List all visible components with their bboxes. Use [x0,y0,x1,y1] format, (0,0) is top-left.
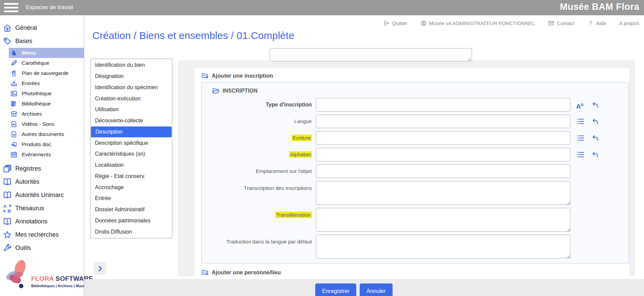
section-tab-regie-etat-conserv[interactable]: Régie - Etat conserv. [91,171,172,182]
sidebar-item-bases[interactable]: Bases [0,35,84,48]
sidebar-item-outils[interactable]: Outils [0,241,84,255]
sidebar-item-produits-doc[interactable]: Produits doc. [9,139,84,150]
utility-user[interactable]: Musée v4 ADMINISTRATEUR FONCTIONNEL [420,20,535,26]
folder-add-icon [201,72,209,79]
field-control [316,98,570,112]
list-icon[interactable] [576,117,585,126]
section-tab-designation[interactable]: Désignation [91,71,172,82]
undo-icon[interactable] [590,100,599,109]
field-textarea-transcription-des-inscriptions[interactable] [316,181,570,205]
folder-add-icon [201,269,209,276]
inscription-group: INSCRIPTION Type d'inscriptionAbLangueEc… [201,82,629,263]
sidebar-item-archives[interactable]: Archives [9,109,84,119]
sidebar-item-label: Bibliothèque [22,101,51,107]
utility-aide[interactable]: ?Aide [587,20,606,26]
add-inscription-title: Ajouter une inscription [212,73,273,79]
list-icon[interactable] [576,150,585,159]
field-label-text: Traduction dans la langue par défaut [226,239,312,244]
sidebar-item-bibliotheque[interactable]: Bibliothèque [9,99,84,109]
sidebar-item-autorites[interactable]: Autorités [0,175,84,189]
textarea-wrap [316,235,571,258]
open-book-icon [3,177,12,186]
sidebar-item-thesaurus[interactable]: ABThesaurus [0,202,84,215]
field-label-text: Alphabet [289,151,312,158]
image-icon [10,90,18,97]
sidebar-item-videos-sons[interactable]: Vidéos - Sons [9,119,84,129]
field-row-emplacement-sur-l-objet: Emplacement sur l'objet [202,164,629,178]
field-label: Type d'inscription [202,102,312,108]
field-input-emplacement-sur-l-objet[interactable] [316,164,570,178]
field-input-alphabet[interactable] [316,148,570,161]
section-tab-description[interactable]: Description [91,126,172,138]
section-tab-accrochage[interactable]: Accrochage [91,182,172,193]
sidebar-item-evenements[interactable]: Evènements [9,150,84,160]
sidebar-item-annotations[interactable]: Annotations [0,215,84,228]
section-tab-dossier-administratif[interactable]: Dossier Administratif [91,204,172,215]
sidebar-item-label: Vidéos - Sons [22,121,54,127]
undo-icon[interactable] [590,117,599,126]
field-textarea-traduction-dans-la-langue-par-defaut[interactable] [316,235,570,258]
utility-contact[interactable]: Contact [548,20,574,26]
section-tab-identification-du-specimen[interactable]: Identification du spécimen [91,82,172,93]
section-tab-localisation[interactable]: Localisation [91,160,172,171]
open-box-icon [10,110,18,118]
sidebar-item-entrees[interactable]: Entrées [9,78,84,88]
utility-a-propos[interactable]: A propos [619,20,639,26]
utility-label: Quitter [392,20,408,26]
logo-dot [19,284,23,288]
field-row-transcription-des-inscriptions: Transcription des inscriptions [202,181,629,205]
sidebar-item-autres-documents[interactable]: Autres documents [9,129,84,139]
section-tab-utilisation[interactable]: Utilisation [91,104,172,115]
open-folder-icon [212,87,220,95]
sidebar-item-plan-de-sauvegarde[interactable]: Plan de sauvegarde [9,68,84,78]
sidebar-item-registres[interactable]: Registres [0,162,84,175]
field-textarea-translitteration[interactable] [316,208,570,232]
sidebar-item-carotheque[interactable]: Carothèque [9,58,84,68]
section-tab-donnees-patrimoniales[interactable]: Données patrimoniales [91,215,172,226]
star-icon [3,230,12,239]
utility-quitter[interactable]: Quitter [383,20,408,26]
section-tab-entree[interactable]: Entrée [91,193,172,204]
sidebar: GénéralBases♞BiensCarothèquePlan de sauv… [0,15,84,296]
textarea-wrap [316,208,571,232]
sidebar-item-biens[interactable]: ♞Biens [9,48,84,58]
save-button[interactable]: Enregistrer [315,283,356,296]
superscript-ab-icon[interactable]: Ab [576,100,585,109]
field-row-alphabet: Alphabet [202,148,629,161]
section-tab-decouverte-collecte[interactable]: Découverte-collecte [91,115,172,126]
sidebar-nav: GénéralBases♞BiensCarothèquePlan de sauv… [0,15,84,255]
cutoff-textarea[interactable] [270,48,472,61]
list-icon[interactable] [576,134,585,142]
help-icon: ? [587,20,594,26]
undo-icon[interactable] [590,134,599,142]
cancel-button[interactable]: Annuler [360,283,393,296]
add-inscription-header: Ajouter une inscription [201,72,629,79]
section-tab-identification-du-bien[interactable]: Identification du bien [91,60,172,71]
sidebar-item-label: Autres documents [22,131,64,137]
field-input-ecriture[interactable] [316,131,570,145]
sidebar-item-phototheque[interactable]: Photothèque [9,88,84,99]
sidebar-item-general[interactable]: Général [0,21,84,35]
section-tab-creation-execution[interactable]: Création-exécution [91,93,172,104]
section-tab-description-specifique[interactable]: Description spécifique [91,137,172,149]
add-person-header: Ajouter une personne/lieu [201,269,629,276]
sidebar-item-label: Mes recherches [15,231,59,238]
section-tab-droits-diffusion[interactable]: Droits-Diffusion [91,226,172,237]
sidebar-item-label: Plan de sauvegarde [22,70,69,76]
hamburger-menu-icon[interactable] [4,3,18,12]
field-input-langue[interactable] [316,115,570,128]
expand-nav-button[interactable] [94,262,107,275]
undo-icon[interactable] [590,150,599,159]
sidebar-item-mes-recherches[interactable]: Mes recherches [0,228,84,241]
sidebar-item-label: Archives [22,111,42,117]
section-tab-caracteristiques-sn[interactable]: Caractéristiques (sn) [91,149,172,160]
field-label-text: Emplacement sur l'objet [256,168,312,174]
field-label: Translitteration [202,208,312,218]
field-input-type-d-inscription[interactable] [316,98,570,112]
textarea-wrap [316,181,571,205]
field-label-text: Transcription des inscriptions [244,185,312,191]
sidebar-item-label: Autorités Unimarc [15,192,64,199]
paper-stack-icon [10,141,18,148]
sidebar-item-autorites-unimarc[interactable]: Autorités Unimarc [0,189,84,202]
field-label-text: Translitteration [275,212,312,218]
